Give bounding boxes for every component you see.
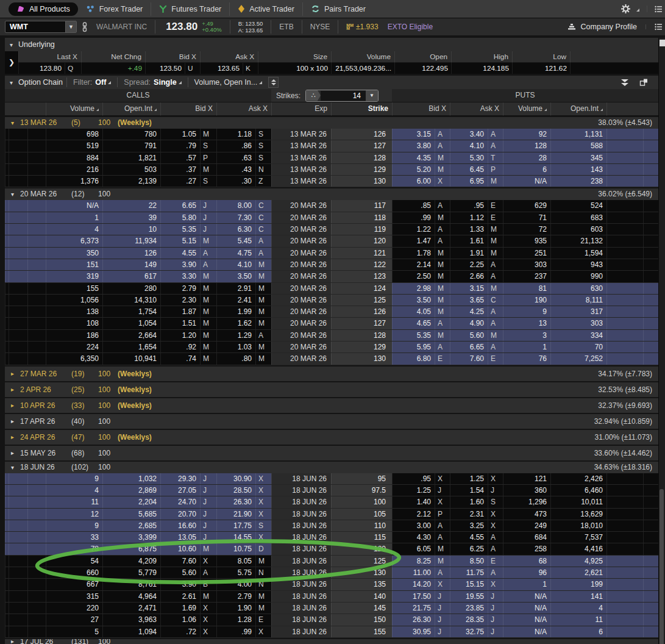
call-bid-cell[interactable]: 16.60 [160, 520, 200, 531]
call-bid-cell[interactable]: 27.05 [160, 485, 200, 496]
put-bid-cell[interactable]: 6.05 [392, 543, 435, 554]
put-ask-cell[interactable]: 6.65 [450, 342, 488, 352]
call-ask-cell[interactable]: 6.30 [216, 224, 255, 235]
put-ask-cell[interactable]: 11.75 [450, 567, 488, 578]
call-ask-cell[interactable]: 4.10 [216, 259, 255, 270]
call-ask-cell[interactable]: 4.00 [216, 579, 255, 590]
call-bid-cell[interactable]: 13.05 [160, 532, 200, 543]
tab-futures-trader[interactable]: Futures Trader [151, 2, 229, 16]
chevron-down-icon[interactable]: ▾ [10, 79, 13, 86]
put-bid-cell[interactable]: 30.95 [392, 626, 435, 637]
call-bid-cell[interactable]: .37 [160, 164, 200, 175]
put-bid-cell[interactable]: 4.30 [392, 532, 435, 543]
expiration-group-header[interactable]: ▸17 JUL 26(131)100 [5, 638, 658, 644]
call-ask-cell[interactable]: .80 [216, 353, 255, 364]
col-header-strike[interactable]: Strike [331, 102, 392, 116]
put-ask-cell[interactable]: 23.85 [450, 603, 488, 614]
put-bid-cell[interactable]: 14.20 [392, 579, 435, 590]
call-ask-cell[interactable]: 4.75 [216, 248, 255, 259]
strike-cell[interactable]: 150 [331, 614, 392, 625]
strike-cell[interactable]: 127 [331, 140, 392, 151]
call-ask-cell[interactable]: .43 [216, 164, 255, 175]
call-ask-cell[interactable]: 1.28 [216, 614, 255, 625]
link-icon[interactable] [81, 22, 88, 32]
col-header-low[interactable]: Low [512, 51, 570, 63]
call-ask-cell[interactable]: 3.50 [216, 271, 255, 282]
put-ask-cell[interactable]: 32.75 [450, 626, 488, 637]
strike-cell[interactable]: 130 [331, 176, 392, 187]
symbol-dropdown-button[interactable]: ▼ [65, 21, 76, 32]
chevron-double-down-icon[interactable] [621, 79, 628, 86]
expiration-group-header[interactable]: ▸27 MAR 26(19)100(Weeklys)34.17% (±7.783… [5, 365, 658, 381]
put-ask-cell[interactable]: 6.45 [450, 164, 488, 175]
strike-cell[interactable]: 130 [331, 353, 392, 364]
expiration-group-header[interactable]: ▾13 MAR 26(5)100(Weeklys)38.03% (±4.543) [5, 116, 658, 129]
tab-pairs-trader[interactable]: Pairs Trader [302, 2, 374, 16]
strike-cell[interactable]: 128 [331, 152, 392, 163]
col-header-exp[interactable]: Exp [271, 102, 331, 116]
call-bid-cell[interactable]: 2.30 [160, 295, 200, 306]
call-ask-cell[interactable]: 1.90 [216, 603, 255, 614]
underlying-section-bar[interactable]: ▾ Underlying [5, 38, 658, 51]
put-ask-cell[interactable]: 19.55 [450, 591, 488, 602]
put-ask-cell[interactable]: 4.25 [450, 306, 488, 317]
call-bid-cell[interactable]: 2.79 [160, 283, 200, 294]
row-count-spinner[interactable] [268, 77, 279, 88]
call-ask-cell[interactable]: 1.18 [216, 129, 255, 140]
call-ask-cell[interactable]: 26.30 [216, 496, 255, 507]
call-bid-cell[interactable]: .27 [160, 176, 200, 187]
put-ask-cell[interactable]: 4.10 [450, 140, 488, 151]
call-bid-cell[interactable]: 29.30 [160, 473, 200, 484]
call-ask-cell[interactable]: .63 [216, 152, 255, 163]
strike-cell[interactable]: 115 [331, 532, 392, 543]
put-bid-cell[interactable]: .95 [392, 473, 435, 484]
call-ask-cell[interactable]: 10.75 [216, 543, 255, 554]
call-bid-cell[interactable]: 1.87 [160, 306, 200, 317]
put-ask-cell[interactable]: 5.60 [450, 330, 488, 341]
call-ask-cell[interactable]: 14.55 [216, 532, 255, 543]
panel-list-icon[interactable] [655, 23, 663, 30]
strike-cell[interactable]: 120 [331, 543, 392, 554]
put-ask-cell[interactable]: 3.65 [450, 295, 488, 306]
filter-dropdown[interactable]: Filter: Off [73, 78, 111, 87]
put-bid-cell[interactable]: 1.78 [392, 248, 435, 259]
put-bid-cell[interactable]: 6.80 [392, 353, 435, 364]
strike-cell[interactable]: 129 [331, 164, 392, 175]
put-ask-cell[interactable]: 1.25 [450, 473, 488, 484]
put-bid-cell[interactable]: 2.12 [392, 509, 435, 520]
put-ask-cell[interactable]: 1.12 [450, 212, 488, 223]
col-header-call-volume[interactable]: Volume [46, 102, 102, 116]
gear-icon[interactable] [621, 4, 631, 14]
col-header-put-bid[interactable]: Bid X [392, 102, 450, 116]
put-ask-cell[interactable]: 28.35 [450, 614, 488, 625]
call-bid-cell[interactable]: 5.80 [160, 212, 200, 223]
put-bid-cell[interactable]: 8.25 [392, 556, 435, 567]
expiration-group-header[interactable]: ▸10 APR 26(33)100(Weeklys)32.37% (±9.693… [5, 397, 658, 413]
col-header-call-bid[interactable]: Bid X [160, 102, 216, 116]
col-header-volume[interactable]: Volume [331, 51, 394, 63]
put-bid-cell[interactable]: 1.40 [392, 496, 435, 507]
col-header-high[interactable]: High [451, 51, 512, 63]
put-bid-cell[interactable]: 2.98 [392, 283, 435, 294]
scrollbar-top-button[interactable] [660, 40, 665, 46]
expiration-group-header[interactable]: ▸2 APR 26(25)100(Weeklys)32.53% (±8.485) [5, 381, 658, 397]
expiration-group-header[interactable]: ▸24 APR 26(47)100(Weeklys)31.00% (±11.07… [5, 429, 658, 445]
panel-list-icon[interactable] [655, 5, 663, 13]
put-bid-cell[interactable]: 5.20 [392, 164, 435, 175]
put-bid-cell[interactable]: 26.30 [392, 614, 435, 625]
put-ask-cell[interactable]: 1.61 [450, 235, 488, 246]
put-ask-cell[interactable]: .95 [450, 200, 488, 211]
put-bid-cell[interactable]: 1.22 [392, 224, 435, 235]
call-ask-cell[interactable]: 2.41 [216, 295, 255, 306]
strike-cell[interactable]: 125 [331, 556, 392, 567]
put-bid-cell[interactable]: 3.15 [392, 129, 435, 140]
tab-active-trader[interactable]: Active Trader [229, 2, 302, 16]
strike-cell[interactable]: 105 [331, 509, 392, 520]
call-ask-cell[interactable]: 28.50 [216, 485, 255, 496]
strike-cell[interactable]: 121 [331, 248, 392, 259]
call-bid-cell[interactable]: 1.20 [160, 330, 200, 341]
spinner-down-icon[interactable] [271, 83, 276, 85]
call-bid-cell[interactable]: 3.30 [160, 271, 200, 282]
put-bid-cell[interactable]: 2.50 [392, 271, 435, 282]
col-header-net-chng[interactable]: Net Chng [81, 51, 145, 63]
